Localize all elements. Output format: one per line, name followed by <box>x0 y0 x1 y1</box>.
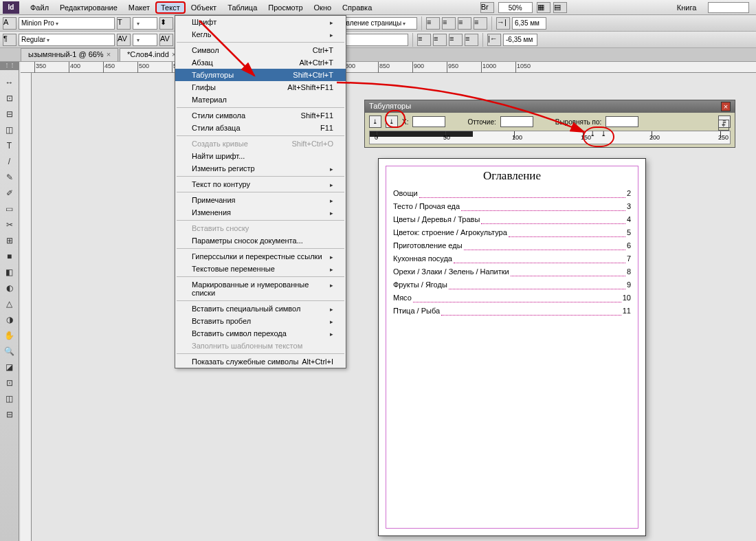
close-icon[interactable]: × <box>721 102 731 111</box>
align-left-icon[interactable]: ≡ <box>426 17 440 30</box>
menu-window[interactable]: Окно <box>309 1 337 14</box>
align-just-icon[interactable]: ≡ <box>465 34 478 46</box>
magnet-icon[interactable]: ⌖ <box>718 120 729 131</box>
menu-item[interactable]: Параметры сносок документа... <box>175 234 346 247</box>
text-frame[interactable]: Оглавление Овощи2Тесто / Прочая еда3Цвет… <box>386 166 638 529</box>
menu-item[interactable]: Гиперссылки и перекрестные ссылки <box>175 250 346 263</box>
menu-item[interactable]: СимволCtrl+T <box>175 44 346 56</box>
tool-button-9[interactable]: ✂ <box>2 217 17 232</box>
menu-item[interactable]: Стили абзацаF11 <box>175 122 346 134</box>
tabulators-titlebar[interactable]: Табуляторы × <box>365 100 735 113</box>
char-format-icon[interactable]: A <box>3 17 16 30</box>
tool-button-13[interactable]: ◐ <box>2 280 17 296</box>
tool-button-21[interactable]: ⊟ <box>2 407 17 422</box>
x-field[interactable] <box>412 116 445 127</box>
indent-left-icon[interactable]: →| <box>496 17 510 30</box>
tab-align-left-button[interactable]: ⤓ <box>369 115 381 128</box>
tab-align-center-button[interactable]: ⤓ <box>386 115 398 128</box>
indent-left-input[interactable]: 6,35 мм <box>512 17 546 30</box>
menu-item[interactable]: Кегль <box>175 28 346 41</box>
tool-button-11[interactable]: ■ <box>2 249 17 264</box>
tool-button-17[interactable]: 🔍 <box>2 344 17 359</box>
tool-button-6[interactable]: ✎ <box>2 170 17 185</box>
tool-button-3[interactable]: ◫ <box>2 122 17 137</box>
tool-button-7[interactable]: ✐ <box>2 186 17 201</box>
menu-view[interactable]: Просмотр <box>263 1 308 14</box>
arrange-icon[interactable]: ▤ <box>553 2 567 13</box>
align-right-icon[interactable]: ≡ <box>458 17 471 30</box>
tab-stop-marker[interactable]: ⤓ <box>590 130 595 137</box>
tool-button-5[interactable]: / <box>2 154 17 169</box>
zoom-field[interactable]: 50% <box>498 2 533 13</box>
menu-table[interactable]: Таблица <box>222 1 263 14</box>
menu-type[interactable]: Текст <box>155 1 186 14</box>
leading-icon[interactable]: ⬍ <box>159 17 173 30</box>
tool-button-10[interactable]: ⊞ <box>2 233 17 248</box>
menu-item[interactable]: Текст по контуру <box>175 178 346 190</box>
tool-button-2[interactable]: ⊟ <box>2 107 17 122</box>
tool-button-1[interactable]: ⊡ <box>2 91 17 106</box>
tool-button-14[interactable]: △ <box>2 296 17 311</box>
menu-item[interactable]: Показать служебные символыAlt+Ctrl+I <box>175 355 346 368</box>
menu-item[interactable]: Стили символаShift+F11 <box>175 109 346 122</box>
para-format-icon[interactable]: ¶ <box>3 34 16 46</box>
indent-right-icon[interactable]: |← <box>487 34 501 46</box>
align-mid-icon[interactable]: ≡ <box>433 34 447 46</box>
indent-right-input[interactable]: -6,35 мм <box>503 34 537 46</box>
menu-item[interactable]: Найти шрифт... <box>175 150 346 162</box>
menu-item[interactable]: Вставить пробел <box>175 315 346 327</box>
align-on-field[interactable] <box>605 116 638 127</box>
menu-help[interactable]: Справка <box>337 1 377 14</box>
tt-icon[interactable]: T <box>117 17 131 30</box>
tool-button-12[interactable]: ◧ <box>2 265 17 280</box>
menu-item[interactable]: ТабуляторыShift+Ctrl+T <box>175 69 346 81</box>
align-justify-icon[interactable]: ≡ <box>474 17 487 30</box>
tab-ruler[interactable]: 050100150200250⤓⤓ <box>369 131 731 144</box>
font-style-input[interactable]: Regular <box>19 34 115 46</box>
tool-button-19[interactable]: ⊡ <box>2 375 17 390</box>
tab-stop-marker[interactable]: ⤓ <box>601 130 606 137</box>
menu-layout[interactable]: Макет <box>123 1 155 14</box>
tool-button-16[interactable]: ✋ <box>2 328 17 343</box>
toc-row: Кухонная посуда7 <box>386 252 638 265</box>
font-family-input[interactable]: Minion Pro <box>19 17 115 30</box>
leader-field[interactable] <box>500 116 533 127</box>
screen-mode-icon[interactable]: ▦ <box>537 2 551 13</box>
kerning-icon[interactable]: AV <box>117 34 131 46</box>
menu-item[interactable]: Вставить символ перехода <box>175 327 346 340</box>
close-icon[interactable]: × <box>107 50 111 58</box>
menu-item[interactable]: ГлифыAlt+Shift+F11 <box>175 81 346 93</box>
tab-untitled[interactable]: ызымянный-1 @ 66%× <box>21 48 118 61</box>
menu-item[interactable]: Примечания <box>175 194 346 206</box>
tool-button-20[interactable]: ◫ <box>2 391 17 406</box>
menu-edit[interactable]: Редактирование <box>54 1 123 14</box>
menu-item: Заполнить шаблонным текстом <box>175 340 346 352</box>
menu-object[interactable]: Объект <box>186 1 222 14</box>
menu-item[interactable]: АбзацAlt+Ctrl+T <box>175 56 346 69</box>
tool-button-18[interactable]: ◪ <box>2 360 17 375</box>
tool-button-4[interactable]: T <box>2 138 17 153</box>
tabulators-panel[interactable]: Табуляторы × ⤓ ⤓ X: Отточие: Выровнять п… <box>364 100 735 148</box>
align-top-icon[interactable]: ≡ <box>417 34 431 46</box>
tool-button-8[interactable]: ▭ <box>2 201 17 217</box>
menu-item[interactable]: Маркированные и нумерованные списки <box>175 278 346 299</box>
menu-item[interactable]: Шрифт <box>175 16 346 28</box>
toc-row: Овощи2 <box>386 187 638 200</box>
menu-file[interactable]: Файл <box>25 1 54 14</box>
workspace-switcher[interactable]: Книга <box>669 3 704 12</box>
align-center-icon[interactable]: ≡ <box>442 17 456 30</box>
align-bot-icon[interactable]: ≡ <box>449 34 463 46</box>
toolbox-grip[interactable]: ⋮⋮ <box>0 62 19 70</box>
tool-button-15[interactable]: ◑ <box>2 312 17 327</box>
bridge-icon[interactable]: Br <box>480 2 494 13</box>
menu-item[interactable]: Текстовые переменные <box>175 263 346 275</box>
fontsize-input[interactable] <box>133 17 157 30</box>
tool-button-0[interactable]: ↔ <box>2 75 17 90</box>
tracking-icon[interactable]: AV <box>159 34 173 46</box>
menu-item[interactable]: Изменить регистр <box>175 162 346 175</box>
menu-item[interactable]: Вставить специальный символ <box>175 302 346 315</box>
search-input[interactable] <box>708 2 749 13</box>
kerning-input[interactable] <box>133 34 157 46</box>
menu-item[interactable]: Материал <box>175 93 346 106</box>
menu-item[interactable]: Изменения <box>175 206 346 219</box>
